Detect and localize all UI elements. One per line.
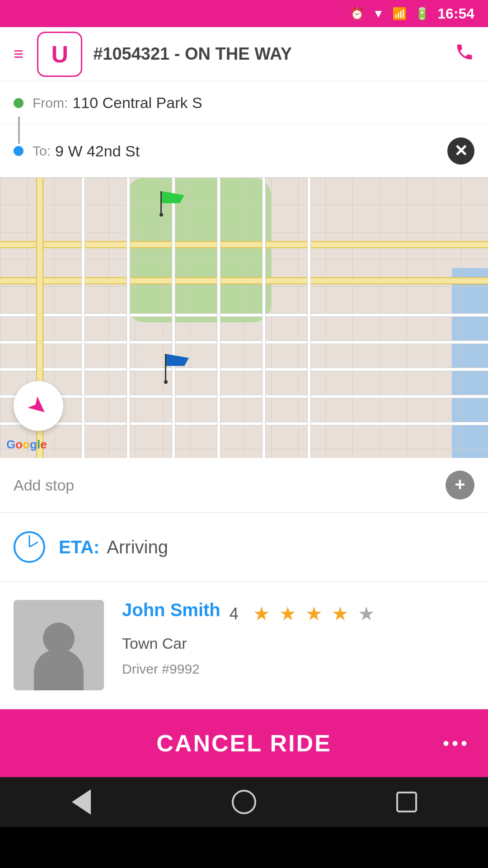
more-options-icon[interactable]: ••• <box>443 733 470 754</box>
driver-avatar <box>14 600 104 690</box>
eta-value: Arriving <box>107 537 168 557</box>
road <box>0 395 488 398</box>
road <box>307 178 311 458</box>
signal-icon: 📶 <box>392 7 407 21</box>
google-maps-logo: Google <box>6 438 47 452</box>
add-stop-row[interactable]: Add stop + <box>0 458 488 513</box>
from-label: From: <box>33 95 68 111</box>
road <box>0 277 488 284</box>
star-4: ★ <box>332 603 349 625</box>
recents-icon <box>396 792 417 812</box>
ride-title: #1054321 - ON THE WAY <box>93 44 455 64</box>
star-3: ★ <box>305 603 323 625</box>
from-dot <box>14 98 23 108</box>
phone-icon[interactable] <box>455 42 474 66</box>
clock-icon <box>14 531 45 563</box>
avatar-body <box>34 650 84 690</box>
home-icon <box>232 790 256 814</box>
road <box>0 422 488 425</box>
road <box>127 178 130 458</box>
star-2: ★ <box>279 603 296 625</box>
to-label: To: <box>33 143 51 159</box>
driver-rating-number: 4 <box>230 604 239 623</box>
app-header: ≡ U #1054321 - ON THE WAY <box>0 27 488 81</box>
my-location-button[interactable]: ➤ <box>14 381 63 431</box>
road <box>217 178 221 458</box>
from-address: 110 Central Park S <box>72 94 202 112</box>
menu-icon[interactable]: ≡ <box>14 44 23 64</box>
map-view[interactable]: ➤ Google <box>0 178 488 458</box>
navigation-bar <box>0 777 488 827</box>
to-address: 9 W 42nd St <box>55 142 140 160</box>
star-1: ★ <box>253 603 270 625</box>
driver-info: John Smith 4 ★ ★ ★ ★ ★ Town Car Driver #… <box>122 600 474 677</box>
status-time: 16:54 <box>437 5 474 22</box>
driver-number: Driver #9992 <box>122 661 474 677</box>
app-logo: U <box>37 32 82 77</box>
close-icon: ✕ <box>454 142 468 160</box>
to-row[interactable]: To: 9 W 42nd St ✕ <box>0 125 488 177</box>
cancel-ride-button[interactable]: CANCEL RIDE ••• <box>0 709 488 777</box>
battery-icon: 🔋 <box>415 7 429 21</box>
alarm-icon: ⏰ <box>350 7 364 21</box>
road <box>0 368 488 371</box>
recents-button[interactable] <box>389 784 425 820</box>
clock-hand-minute <box>29 535 30 547</box>
road <box>0 313 488 317</box>
logo-letter: U <box>51 41 68 68</box>
road <box>172 178 175 458</box>
driver-panel: John Smith 4 ★ ★ ★ ★ ★ Town Car Driver #… <box>0 582 488 709</box>
driver-name: John Smith <box>122 600 221 620</box>
clear-destination-button[interactable]: ✕ <box>447 137 474 165</box>
location-arrow-icon: ➤ <box>22 389 55 423</box>
route-panel: From: 110 Central Park S To: 9 W 42nd St… <box>0 81 488 178</box>
add-stop-label: Add stop <box>14 476 446 494</box>
clock-hand-hour <box>29 542 38 548</box>
driver-car-type: Town Car <box>122 635 474 652</box>
status-bar: ⏰ ▼ 📶 🔋 16:54 <box>0 0 488 27</box>
star-5: ★ <box>358 603 375 625</box>
cancel-label: CANCEL RIDE <box>156 730 331 757</box>
road <box>0 340 488 344</box>
avatar-silhouette <box>32 618 86 690</box>
eta-panel: ETA: Arriving <box>0 513 488 582</box>
add-stop-button[interactable]: + <box>446 471 474 500</box>
map-background: ➤ Google <box>0 178 488 458</box>
wifi-icon: ▼ <box>372 7 384 21</box>
road <box>81 178 85 458</box>
eta-label: ETA: <box>59 537 99 557</box>
from-row[interactable]: From: 110 Central Park S <box>0 81 488 125</box>
back-button[interactable] <box>63 784 99 820</box>
road <box>0 241 488 248</box>
road <box>262 178 266 458</box>
plus-icon: + <box>455 475 465 493</box>
to-dot <box>14 146 23 156</box>
back-icon <box>72 789 91 815</box>
home-button[interactable] <box>226 784 262 820</box>
map-grid <box>0 178 488 458</box>
